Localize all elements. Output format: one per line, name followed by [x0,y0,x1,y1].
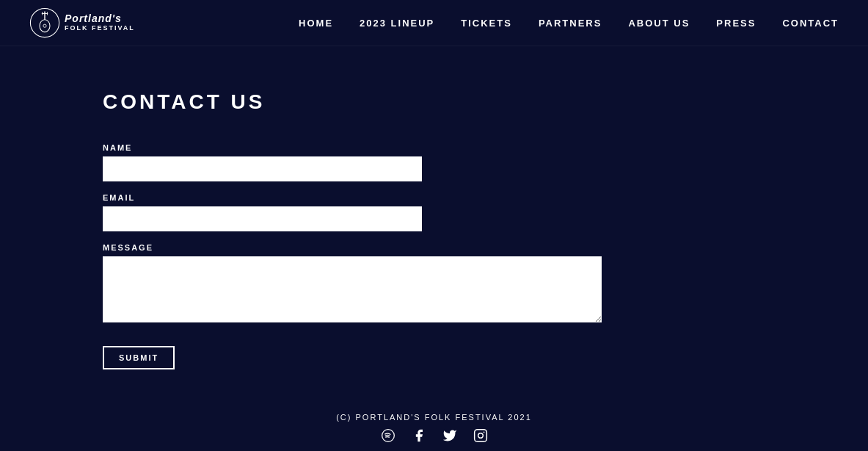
logo-line2: FOLK FESTIVAL [65,25,135,32]
message-textarea[interactable] [103,256,602,322]
nav-link-contact[interactable]: CONTACT [782,18,839,29]
nav-item-home[interactable]: HOME [299,16,333,29]
name-input[interactable] [103,156,422,181]
name-label: NAME [103,143,868,152]
nav-item-partners[interactable]: PARTNERS [539,16,602,29]
email-field-group: EMAIL [103,193,868,231]
main-content: CONTACT US NAME EMAIL MESSAGE SUBMIT [0,46,868,414]
nav-links: HOME 2023 LINEUP TICKETS PARTNERS ABOUT … [299,16,839,29]
nav-link-tickets[interactable]: TICKETS [461,18,512,29]
submit-button[interactable]: SUBMIT [103,346,175,369]
footer-copyright: (C) PORTLAND'S FOLK FESTIVAL 2021 [336,413,532,422]
svg-point-10 [483,432,484,433]
nav-link-press[interactable]: PRESS [716,18,756,29]
svg-point-2 [43,24,46,27]
site-footer: (C) PORTLAND'S FOLK FESTIVAL 2021 [0,405,868,451]
email-label: EMAIL [103,193,868,202]
message-label: MESSAGE [103,243,868,252]
nav-link-partners[interactable]: PARTNERS [539,18,602,29]
email-input[interactable] [103,206,422,231]
instagram-icon [473,428,488,443]
nav-item-about[interactable]: ABOUT US [628,16,690,29]
nav-link-home[interactable]: HOME [299,18,333,29]
svg-rect-8 [474,430,486,442]
svg-point-1 [40,20,50,32]
spotify-link[interactable] [380,427,396,444]
logo-text: Portland's FOLK FESTIVAL [65,13,135,32]
instagram-link[interactable] [473,427,489,444]
contact-form: NAME EMAIL MESSAGE SUBMIT [103,143,868,369]
logo-line1: Portland's [65,13,135,24]
nav-item-contact[interactable]: CONTACT [782,16,839,29]
nav-item-lineup[interactable]: 2023 LINEUP [360,16,434,29]
nav-item-press[interactable]: PRESS [716,16,756,29]
svg-point-9 [478,433,483,439]
facebook-icon [412,428,426,443]
spotify-icon [381,428,395,443]
social-links [380,427,489,444]
facebook-link[interactable] [411,427,427,444]
nav-item-tickets[interactable]: TICKETS [461,16,512,29]
nav-link-about[interactable]: ABOUT US [628,18,690,29]
twitter-link[interactable] [442,427,458,444]
nav-link-lineup[interactable]: 2023 LINEUP [360,18,434,29]
site-logo[interactable]: Portland's FOLK FESTIVAL [29,7,135,38]
main-nav: Portland's FOLK FESTIVAL HOME 2023 LINEU… [0,0,868,46]
twitter-icon [442,428,457,443]
page-title: CONTACT US [103,90,868,114]
name-field-group: NAME [103,143,868,181]
message-field-group: MESSAGE [103,243,868,322]
